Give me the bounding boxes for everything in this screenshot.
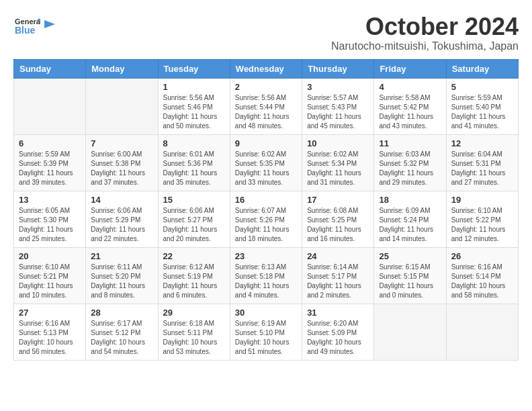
day-number: 11 <box>379 138 441 148</box>
day-number: 16 <box>235 195 297 205</box>
day-number: 18 <box>379 195 441 205</box>
logo: General Blue <box>13 13 56 40</box>
calendar-weekday-header: Tuesday <box>158 59 230 78</box>
day-info: Sunrise: 6:15 AM Sunset: 5:15 PM Dayligh… <box>379 263 441 300</box>
day-number: 28 <box>91 308 152 318</box>
day-info: Sunrise: 6:04 AM Sunset: 5:31 PM Dayligh… <box>451 150 513 187</box>
calendar-week-row: 27Sunrise: 6:16 AM Sunset: 5:13 PM Dayli… <box>14 304 519 360</box>
day-number: 27 <box>19 308 81 318</box>
day-info: Sunrise: 6:08 AM Sunset: 5:25 PM Dayligh… <box>307 206 369 244</box>
calendar-day-cell: 10Sunrise: 6:02 AM Sunset: 5:34 PM Dayli… <box>302 134 374 191</box>
day-info: Sunrise: 6:16 AM Sunset: 5:14 PM Dayligh… <box>451 263 513 300</box>
day-info: Sunrise: 6:20 AM Sunset: 5:09 PM Dayligh… <box>307 319 369 357</box>
day-number: 19 <box>451 195 513 205</box>
calendar-day-cell: 17Sunrise: 6:08 AM Sunset: 5:25 PM Dayli… <box>302 191 374 247</box>
day-number: 20 <box>19 251 81 261</box>
calendar-day-cell: 13Sunrise: 6:05 AM Sunset: 5:30 PM Dayli… <box>14 191 86 247</box>
calendar-day-cell: 15Sunrise: 6:06 AM Sunset: 5:27 PM Dayli… <box>158 191 230 247</box>
calendar-weekday-header: Thursday <box>302 59 374 78</box>
day-info: Sunrise: 5:59 AM Sunset: 5:39 PM Dayligh… <box>19 150 81 187</box>
day-number: 25 <box>379 251 441 261</box>
day-info: Sunrise: 6:14 AM Sunset: 5:17 PM Dayligh… <box>307 263 369 300</box>
day-info: Sunrise: 6:06 AM Sunset: 5:27 PM Dayligh… <box>163 206 225 244</box>
calendar-day-cell: 20Sunrise: 6:10 AM Sunset: 5:21 PM Dayli… <box>14 247 86 304</box>
day-number: 9 <box>235 138 297 148</box>
day-info: Sunrise: 6:06 AM Sunset: 5:29 PM Dayligh… <box>91 206 152 244</box>
day-info: Sunrise: 6:00 AM Sunset: 5:38 PM Dayligh… <box>91 150 152 187</box>
calendar-day-cell <box>14 78 86 134</box>
day-number: 13 <box>19 195 81 205</box>
day-number: 14 <box>91 195 152 205</box>
calendar-day-cell: 28Sunrise: 6:17 AM Sunset: 5:12 PM Dayli… <box>86 304 158 360</box>
day-number: 31 <box>307 308 369 318</box>
calendar-day-cell: 23Sunrise: 6:13 AM Sunset: 5:18 PM Dayli… <box>230 247 302 304</box>
calendar-day-cell: 22Sunrise: 6:12 AM Sunset: 5:19 PM Dayli… <box>158 247 230 304</box>
calendar-day-cell: 14Sunrise: 6:06 AM Sunset: 5:29 PM Dayli… <box>86 191 158 247</box>
day-number: 4 <box>379 82 441 92</box>
calendar-subtitle: Narutocho-mitsuishi, Tokushima, Japan <box>331 40 519 52</box>
calendar-day-cell: 30Sunrise: 6:19 AM Sunset: 5:10 PM Dayli… <box>230 304 302 360</box>
svg-text:Blue: Blue <box>15 25 36 36</box>
day-number: 5 <box>451 82 513 92</box>
calendar-day-cell: 8Sunrise: 6:01 AM Sunset: 5:36 PM Daylig… <box>158 134 230 191</box>
day-number: 22 <box>163 251 225 261</box>
calendar-day-cell: 21Sunrise: 6:11 AM Sunset: 5:20 PM Dayli… <box>86 247 158 304</box>
day-number: 17 <box>307 195 369 205</box>
day-info: Sunrise: 6:19 AM Sunset: 5:10 PM Dayligh… <box>235 319 297 357</box>
calendar-day-cell: 29Sunrise: 6:18 AM Sunset: 5:11 PM Dayli… <box>158 304 230 360</box>
day-number: 3 <box>307 82 369 92</box>
logo-flag-icon <box>43 19 56 35</box>
day-number: 1 <box>163 82 225 92</box>
day-info: Sunrise: 6:10 AM Sunset: 5:22 PM Dayligh… <box>451 206 513 244</box>
day-info: Sunrise: 6:12 AM Sunset: 5:19 PM Dayligh… <box>163 263 225 300</box>
day-info: Sunrise: 6:11 AM Sunset: 5:20 PM Dayligh… <box>91 263 152 300</box>
calendar-title: October 2024 <box>331 13 519 40</box>
calendar-day-cell: 7Sunrise: 6:00 AM Sunset: 5:38 PM Daylig… <box>86 134 158 191</box>
calendar-day-cell: 18Sunrise: 6:09 AM Sunset: 5:24 PM Dayli… <box>374 191 446 247</box>
day-info: Sunrise: 6:09 AM Sunset: 5:24 PM Dayligh… <box>379 206 441 244</box>
day-info: Sunrise: 6:03 AM Sunset: 5:32 PM Dayligh… <box>379 150 441 187</box>
calendar-day-cell: 24Sunrise: 6:14 AM Sunset: 5:17 PM Dayli… <box>302 247 374 304</box>
calendar-day-cell: 9Sunrise: 6:02 AM Sunset: 5:35 PM Daylig… <box>230 134 302 191</box>
calendar-table: SundayMondayTuesdayWednesdayThursdayFrid… <box>13 59 519 361</box>
calendar-day-cell <box>86 78 158 134</box>
day-info: Sunrise: 6:10 AM Sunset: 5:21 PM Dayligh… <box>19 263 81 300</box>
day-number: 29 <box>163 308 225 318</box>
calendar-day-cell: 16Sunrise: 6:07 AM Sunset: 5:26 PM Dayli… <box>230 191 302 247</box>
calendar-week-row: 13Sunrise: 6:05 AM Sunset: 5:30 PM Dayli… <box>14 191 519 247</box>
day-number: 24 <box>307 251 369 261</box>
calendar-week-row: 6Sunrise: 5:59 AM Sunset: 5:39 PM Daylig… <box>14 134 519 191</box>
calendar-day-cell: 6Sunrise: 5:59 AM Sunset: 5:39 PM Daylig… <box>14 134 86 191</box>
day-number: 7 <box>91 138 152 148</box>
day-number: 15 <box>163 195 225 205</box>
day-info: Sunrise: 5:56 AM Sunset: 5:44 PM Dayligh… <box>235 93 297 131</box>
day-number: 6 <box>19 138 81 148</box>
calendar-day-cell: 5Sunrise: 5:59 AM Sunset: 5:40 PM Daylig… <box>446 78 518 134</box>
day-number: 26 <box>451 251 513 261</box>
calendar-day-cell: 11Sunrise: 6:03 AM Sunset: 5:32 PM Dayli… <box>374 134 446 191</box>
day-info: Sunrise: 5:57 AM Sunset: 5:43 PM Dayligh… <box>307 93 369 131</box>
calendar-day-cell: 3Sunrise: 5:57 AM Sunset: 5:43 PM Daylig… <box>302 78 374 134</box>
title-section: October 2024 Narutocho-mitsuishi, Tokush… <box>331 13 519 52</box>
day-info: Sunrise: 6:07 AM Sunset: 5:26 PM Dayligh… <box>235 206 297 244</box>
calendar-day-cell: 31Sunrise: 6:20 AM Sunset: 5:09 PM Dayli… <box>302 304 374 360</box>
calendar-day-cell: 12Sunrise: 6:04 AM Sunset: 5:31 PM Dayli… <box>446 134 518 191</box>
day-info: Sunrise: 6:17 AM Sunset: 5:12 PM Dayligh… <box>91 319 152 357</box>
day-number: 8 <box>163 138 225 148</box>
calendar-day-cell <box>446 304 518 360</box>
calendar-weekday-header: Monday <box>86 59 158 78</box>
calendar-day-cell: 1Sunrise: 5:56 AM Sunset: 5:46 PM Daylig… <box>158 78 230 134</box>
calendar-day-cell: 27Sunrise: 6:16 AM Sunset: 5:13 PM Dayli… <box>14 304 86 360</box>
day-info: Sunrise: 6:02 AM Sunset: 5:35 PM Dayligh… <box>235 150 297 187</box>
svg-marker-4 <box>44 20 55 28</box>
day-number: 21 <box>91 251 152 261</box>
calendar-day-cell: 19Sunrise: 6:10 AM Sunset: 5:22 PM Dayli… <box>446 191 518 247</box>
day-number: 10 <box>307 138 369 148</box>
day-info: Sunrise: 6:05 AM Sunset: 5:30 PM Dayligh… <box>19 206 81 244</box>
day-info: Sunrise: 5:56 AM Sunset: 5:46 PM Dayligh… <box>163 93 225 131</box>
page-header: General Blue October 2024 Narutocho-mits… <box>13 13 519 52</box>
calendar-day-cell: 2Sunrise: 5:56 AM Sunset: 5:44 PM Daylig… <box>230 78 302 134</box>
calendar-weekday-header: Friday <box>374 59 446 78</box>
calendar-week-row: 20Sunrise: 6:10 AM Sunset: 5:21 PM Dayli… <box>14 247 519 304</box>
calendar-day-cell <box>374 304 446 360</box>
